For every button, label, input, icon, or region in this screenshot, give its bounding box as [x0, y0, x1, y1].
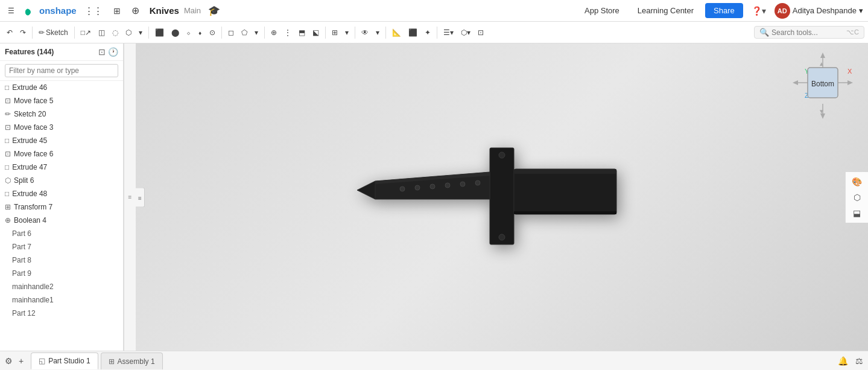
extrude-icon: □	[5, 163, 9, 171]
tab-add-button[interactable]: +	[16, 355, 26, 367]
item-label: Sketch 20	[14, 110, 46, 118]
svg-marker-17	[820, 53, 825, 58]
sidebar-item-extrude47[interactable]: □ Extrude 47	[0, 161, 123, 174]
user-menu[interactable]: AD Aditya Deshpande ▾	[775, 3, 863, 19]
draft-button[interactable]: ⬠	[238, 26, 250, 39]
3d-viewport[interactable]: X Y Z Bottom ▲ ▼ 🎨 ⬡ ⬓ ≡	[136, 43, 868, 351]
version-graph-button[interactable]: ⊞	[110, 4, 124, 18]
share-button[interactable]: Share	[705, 3, 743, 18]
sidebar-item-mainhandle2[interactable]: mainhandle2	[0, 280, 123, 293]
units-button[interactable]: ⚖	[853, 355, 866, 367]
split-button[interactable]: ⋮	[281, 26, 294, 39]
more4-button[interactable]: ▾	[373, 26, 382, 39]
pattern-button[interactable]: ⊞	[329, 26, 341, 39]
render-mode-button[interactable]: 🎨	[848, 174, 866, 189]
svg-point-14	[499, 234, 505, 240]
settings-button[interactable]: ⋮⋮	[81, 3, 106, 19]
logo-area: ☰ onshape	[5, 4, 77, 18]
part-studio-icon: ◱	[39, 357, 45, 365]
move-face-button[interactable]: ⬒	[296, 26, 308, 39]
sweep-button[interactable]: ⬦	[183, 26, 194, 39]
new-button[interactable]: □↗	[78, 26, 94, 39]
shading-button[interactable]: ⬓	[848, 206, 866, 220]
search-tools-input[interactable]	[771, 28, 844, 37]
sidebar-item-transform7[interactable]: ⊞ Transform 7	[0, 200, 123, 214]
tab-label: Part Studio 1	[48, 357, 90, 365]
sidebar-history-icon[interactable]: 🕐	[108, 47, 118, 57]
sidebar-item-extrude45[interactable]: □ Extrude 45	[0, 134, 123, 147]
top-navigation: ☰ onshape ⋮⋮ ⊞ ⊕ Knives Main 🎓 App Store…	[0, 0, 868, 22]
main-toolbar: ↶ ↷ ✏ Sketch □↗ ◫ ◌ ⬡ ▾ ⬛ ⬤ ⬦ ⬧ ⊙ ◻ ⬠ ▾ …	[0, 22, 868, 43]
sidebar-item-extrude46[interactable]: □ Extrude 46	[0, 81, 123, 94]
sidebar-item-part7[interactable]: Part 7	[0, 240, 123, 254]
app-store-button[interactable]: App Store	[578, 3, 626, 18]
sidebar-item-mainhandle1[interactable]: mainhandle1	[0, 293, 123, 307]
sidebar-item-sketch20[interactable]: ✏ Sketch 20	[0, 107, 123, 121]
redo-button[interactable]: ↷	[17, 26, 29, 39]
sketch-button[interactable]: ✏ Sketch	[36, 26, 71, 39]
extrude-icon: □	[5, 190, 9, 198]
sidebar-collapse-handle[interactable]: ≡	[124, 43, 136, 351]
wireframe-button[interactable]: ⬡	[848, 190, 866, 205]
svg-rect-15	[514, 169, 616, 174]
sidebar-item-extrude48[interactable]: □ Extrude 48	[0, 187, 123, 200]
part-label: mainhandle2	[12, 282, 54, 291]
sidebar-collapse-icon[interactable]: ⊡	[98, 47, 106, 57]
svg-point-12	[475, 180, 480, 185]
render-button[interactable]: ✦	[422, 26, 434, 39]
fit-all-button[interactable]: ⊡	[475, 26, 487, 39]
sidebar-item-part12[interactable]: Part 12	[0, 307, 123, 320]
hole-button[interactable]: ⊙	[206, 26, 218, 39]
panel-button[interactable]: ⬡▾	[458, 26, 474, 39]
features-list: □ Extrude 46 ⊡ Move face 5 ✏ Sketch 20 ⊡…	[0, 81, 123, 351]
fillet-button[interactable]: ◌	[109, 26, 121, 39]
chamfer-button[interactable]: ⬡	[122, 26, 135, 39]
sidebar-item-moveface5[interactable]: ⊡ Move face 5	[0, 94, 123, 107]
delete-face-button[interactable]: ⬕	[309, 26, 322, 39]
logo-text: onshape	[39, 5, 77, 16]
shell-button[interactable]: ◻	[225, 26, 237, 39]
sidebar-item-moveface6[interactable]: ⊡ Move face 6	[0, 147, 123, 161]
help-button[interactable]: ❓▾	[748, 4, 770, 18]
more1-button[interactable]: ▾	[136, 26, 145, 39]
learning-center-button[interactable]: Learning Center	[631, 3, 700, 18]
sidebar-item-split6[interactable]: ⬡ Split 6	[0, 174, 123, 187]
boolean-button[interactable]: ⊕	[268, 26, 280, 39]
boolean-icon: ⊕	[5, 216, 11, 225]
view-cube[interactable]: X Y Z Bottom ▲ ▼	[790, 49, 856, 128]
add-element-button[interactable]: ⊕	[128, 2, 142, 19]
search-shortcut: ⌥C	[846, 28, 859, 36]
loft-button[interactable]: ⬧	[195, 26, 205, 39]
view-options-button[interactable]: ☰▾	[440, 26, 457, 39]
sidebar-item-moveface3[interactable]: ⊡ Move face 3	[0, 121, 123, 134]
more3-button[interactable]: ▾	[342, 26, 352, 39]
more2-button[interactable]: ▾	[252, 26, 261, 39]
undo-button[interactable]: ↶	[4, 26, 16, 39]
panel-collapse-button[interactable]: ≡	[136, 187, 145, 207]
display-button[interactable]: 👁	[358, 26, 372, 39]
search-icon: 🔍	[759, 28, 769, 37]
cube-down-chevron[interactable]: ▼	[819, 108, 825, 115]
tab-settings-button[interactable]: ⚙	[2, 355, 15, 367]
measure-button[interactable]: 📐	[389, 26, 404, 39]
notifications-button[interactable]: 🔔	[835, 355, 851, 367]
item-label: Move face 3	[14, 123, 53, 132]
moveface-icon: ⊡	[5, 97, 11, 105]
search-tools-container: 🔍 ⌥C	[754, 26, 864, 39]
user-name: Aditya Deshpande	[793, 6, 857, 15]
svg-point-13	[499, 152, 505, 158]
extrude-button[interactable]: ⬛	[152, 26, 167, 39]
cube-up-chevron[interactable]: ▲	[819, 60, 825, 67]
sidebar-item-part6[interactable]: Part 6	[0, 227, 123, 240]
revolve-button[interactable]: ⬤	[168, 26, 182, 39]
sidebar-item-part9[interactable]: Part 9	[0, 267, 123, 280]
section-view-button[interactable]: ⬛	[405, 26, 420, 39]
mirror-button[interactable]: ◫	[95, 26, 108, 39]
tab-assembly-1[interactable]: ⊞ Assembly 1	[101, 352, 163, 369]
sidebar-item-boolean4[interactable]: ⊕ Boolean 4	[0, 214, 123, 227]
item-label: Move face 5	[14, 97, 53, 105]
feature-filter-input[interactable]	[5, 64, 118, 77]
tab-part-studio-1[interactable]: ◱ Part Studio 1	[31, 352, 98, 369]
hamburger-menu-button[interactable]: ☰	[5, 4, 17, 18]
sidebar-item-part8[interactable]: Part 8	[0, 254, 123, 267]
